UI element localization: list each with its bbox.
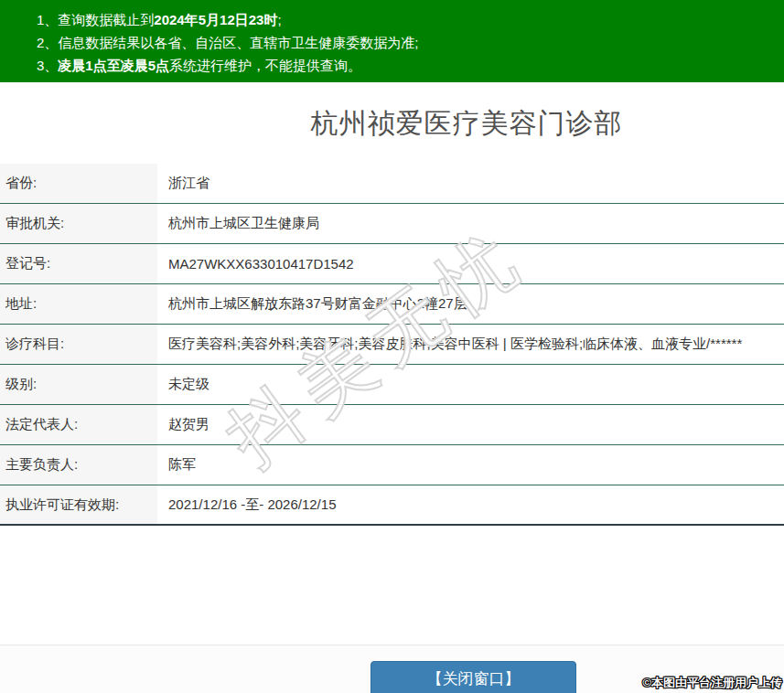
field-label: 地址: bbox=[0, 284, 157, 324]
field-label: 执业许可证有效期: bbox=[0, 485, 157, 524]
field-label: 法定代表人: bbox=[0, 405, 157, 444]
main-content: 杭州祯爱医疗美容门诊部 省份: 浙江省 审批机关: 杭州市上城区卫生健康局 登记… bbox=[0, 82, 784, 526]
field-label: 省份: bbox=[0, 164, 157, 203]
notice-line-2: 2、信息数据结果以各省、自治区、直辖市卫生健康委数据为准; bbox=[37, 31, 775, 54]
close-window-button[interactable]: 【关闭窗口】 bbox=[371, 661, 576, 693]
table-row: 省份: 浙江省 bbox=[0, 164, 784, 204]
table-row: 地址: 杭州市上城区解放东路37号财富金融中心2幢27层 bbox=[0, 284, 784, 325]
field-value: 2021/12/16 -至- 2026/12/15 bbox=[157, 485, 336, 524]
notice-text-bold: 2024年5月12日23时 bbox=[154, 12, 277, 27]
notice-text: 3、 bbox=[37, 58, 58, 73]
notice-line-3: 3、凌晨1点至凌晨5点系统进行维护，不能提供查询。 bbox=[37, 54, 775, 77]
notice-text: 系统进行维护，不能提供查询。 bbox=[169, 58, 361, 73]
table-row: 主要负责人: 陈军 bbox=[0, 445, 784, 485]
notice-text: 1、查询数据截止到 bbox=[37, 12, 154, 27]
field-value: 陈军 bbox=[157, 445, 196, 485]
field-value: 杭州市上城区卫生健康局 bbox=[157, 204, 319, 243]
field-value: 未定级 bbox=[157, 365, 209, 404]
field-value: 赵贺男 bbox=[157, 405, 209, 444]
field-label: 级别: bbox=[0, 365, 157, 404]
table-row: 审批机关: 杭州市上城区卫生健康局 bbox=[0, 204, 784, 244]
table-row: 诊疗科目: 医疗美容科;美容外科;美容牙科;美容皮肤科;美容中医科 | 医学检验… bbox=[0, 325, 784, 365]
notice-text: ; bbox=[277, 12, 281, 27]
field-label: 诊疗科目: bbox=[0, 325, 157, 364]
field-label: 登记号: bbox=[0, 244, 157, 283]
field-label: 主要负责人: bbox=[0, 445, 157, 485]
page-title: 杭州祯爱医疗美容门诊部 bbox=[0, 102, 784, 144]
image-credit-overlay: ©本图由平台注册用户上传 bbox=[642, 675, 782, 691]
table-row: 执业许可证有效期: 2021/12/16 -至- 2026/12/15 bbox=[0, 485, 784, 526]
notice-banner: 1、查询数据截止到2024年5月12日23时; 2、信息数据结果以各省、自治区、… bbox=[0, 0, 784, 82]
info-table: 省份: 浙江省 审批机关: 杭州市上城区卫生健康局 登记号: MA27WKXX6… bbox=[0, 164, 784, 526]
field-value: 医疗美容科;美容外科;美容牙科;美容皮肤科;美容中医科 | 医学检验科;临床体液… bbox=[157, 325, 742, 364]
table-row: 法定代表人: 赵贺男 bbox=[0, 405, 784, 445]
field-label: 审批机关: bbox=[0, 204, 157, 243]
field-value: MA27WKXX633010417D1542 bbox=[157, 244, 354, 283]
field-value: 杭州市上城区解放东路37号财富金融中心2幢27层 bbox=[157, 284, 467, 324]
field-value: 浙江省 bbox=[157, 164, 209, 203]
notice-line-1: 1、查询数据截止到2024年5月12日23时; bbox=[37, 8, 775, 31]
notice-text-bold: 凌晨1点至凌晨5点 bbox=[58, 58, 169, 73]
table-row: 级别: 未定级 bbox=[0, 365, 784, 405]
table-row: 登记号: MA27WKXX633010417D1542 bbox=[0, 244, 784, 284]
notice-text: 2、信息数据结果以各省、自治区、直辖市卫生健康委数据为准; bbox=[37, 35, 419, 50]
